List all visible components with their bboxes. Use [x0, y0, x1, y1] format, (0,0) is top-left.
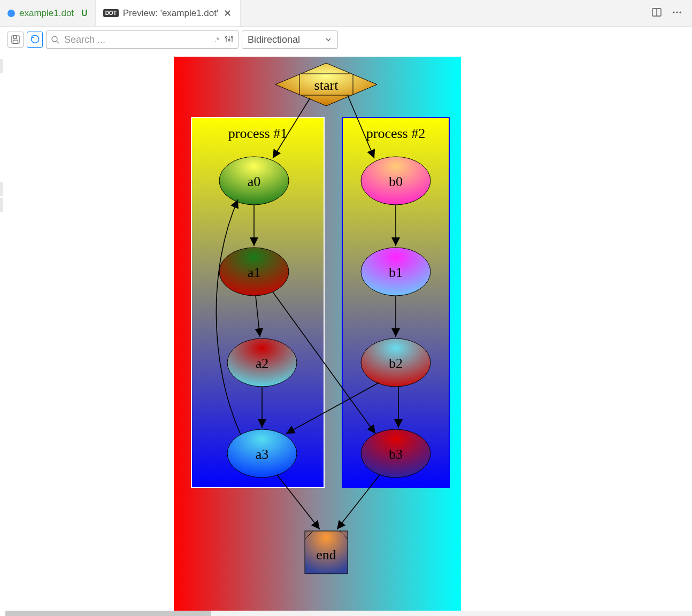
svg-line-9: [57, 41, 59, 43]
svg-text:start: start: [314, 78, 339, 93]
save-button[interactable]: [7, 32, 24, 48]
graph-preview[interactable]: process #1 process #2 start a0 a1 a2 a3 …: [5, 52, 692, 616]
svg-text:b3: b3: [389, 446, 403, 462]
svg-text:b1: b1: [389, 265, 403, 280]
svg-rect-7: [13, 40, 18, 43]
svg-point-4: [679, 11, 681, 13]
gutter: [0, 27, 5, 615]
node-a0: a0: [219, 157, 289, 205]
more-actions-icon[interactable]: [672, 7, 682, 20]
node-a2: a2: [227, 338, 297, 387]
node-b2: b2: [361, 338, 430, 387]
node-b1: b1: [361, 248, 430, 296]
svg-text:b2: b2: [389, 356, 403, 371]
node-b3: b3: [361, 429, 430, 478]
split-editor-icon[interactable]: [651, 7, 662, 20]
refresh-button[interactable]: [27, 32, 43, 48]
node-a3: a3: [227, 429, 297, 478]
graph-svg: process #1 process #2 start a0 a1 a2 a3 …: [5, 52, 610, 616]
svg-point-14: [228, 39, 230, 41]
tab-label: example1.dot: [19, 8, 74, 19]
node-a1: a1: [219, 248, 289, 296]
sliders-icon[interactable]: [225, 34, 234, 45]
svg-text:a3: a3: [256, 446, 269, 462]
vcs-status-badge: U: [81, 9, 88, 18]
node-end: end: [305, 531, 348, 574]
svg-text:a0: a0: [248, 174, 261, 189]
svg-text:a2: a2: [256, 356, 269, 371]
svg-text:b0: b0: [389, 174, 403, 189]
svg-point-3: [676, 11, 678, 13]
horizontal-scrollbar[interactable]: [5, 611, 692, 616]
tab-preview[interactable]: DOT Preview: 'example1.dot' ✕: [96, 0, 241, 26]
cluster2-title: process #2: [366, 126, 425, 141]
close-icon[interactable]: ✕: [222, 6, 233, 20]
dot-file-icon: [7, 10, 15, 17]
cluster1-title: process #1: [228, 126, 287, 141]
svg-point-8: [52, 36, 57, 42]
svg-point-2: [673, 11, 674, 13]
search-icon: [51, 35, 60, 44]
dot-preview-icon: DOT: [103, 9, 119, 17]
chevron-down-icon: [325, 36, 332, 43]
direction-select-value: Bidirectional: [248, 34, 300, 45]
svg-point-15: [231, 36, 233, 37]
svg-rect-6: [13, 36, 17, 38]
tab-label: Preview: 'example1.dot': [123, 8, 218, 19]
direction-select[interactable]: Bidirectional: [242, 30, 338, 49]
search-field[interactable]: [64, 34, 210, 45]
node-b0: b0: [361, 157, 430, 205]
scrollbar-thumb[interactable]: [5, 611, 211, 616]
svg-text:end: end: [316, 547, 336, 563]
tab-example1-dot[interactable]: example1.dot U: [0, 0, 96, 26]
svg-text:a1: a1: [248, 265, 261, 280]
tab-bar-actions: [642, 0, 692, 26]
search-input[interactable]: .*: [46, 30, 239, 49]
preview-toolbar: .* Bidirectional: [0, 27, 692, 52]
regex-icon[interactable]: .*: [214, 35, 219, 44]
svg-point-13: [225, 36, 227, 38]
tab-bar: example1.dot U DOT Preview: 'example1.do…: [0, 0, 692, 27]
